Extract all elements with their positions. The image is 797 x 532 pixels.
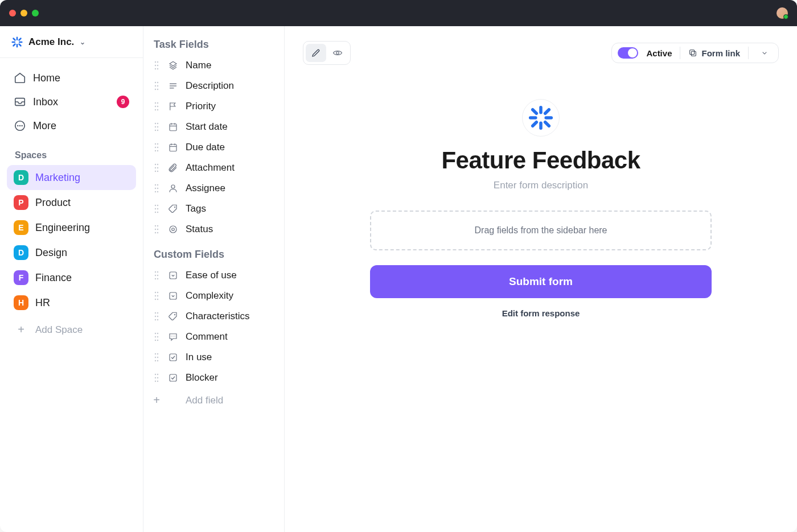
- field-label: Status: [186, 224, 213, 235]
- nav-sidebar: Acme Inc. ⌄ Home Inbox 9 More Spaces: [0, 26, 143, 532]
- field-label: Name: [186, 60, 211, 71]
- tag-icon: [167, 311, 179, 322]
- field-status[interactable]: Status: [149, 219, 278, 240]
- nav-more[interactable]: More: [7, 114, 136, 138]
- edit-form-response-link[interactable]: Edit form response: [370, 308, 712, 318]
- form-menu-button[interactable]: [757, 48, 773, 57]
- more-icon: [14, 119, 26, 132]
- drag-handle-icon[interactable]: [153, 291, 161, 300]
- org-switcher[interactable]: Acme Inc. ⌄: [0, 26, 143, 58]
- window-controls: [9, 10, 39, 17]
- field-label: In use: [186, 352, 212, 363]
- comment-icon: [167, 331, 179, 343]
- space-item-engineering[interactable]: EEngineering: [7, 215, 136, 240]
- form-title[interactable]: Feature Feedback: [370, 147, 712, 174]
- drag-handle-icon[interactable]: [153, 102, 161, 111]
- add-field-label: Add field: [186, 395, 223, 406]
- org-logo-icon: [11, 36, 23, 48]
- plus-icon: +: [14, 323, 28, 336]
- user-avatar[interactable]: [777, 7, 788, 19]
- lines-icon: [167, 80, 179, 92]
- field-comment[interactable]: Comment: [149, 327, 278, 347]
- field-ease-of-use[interactable]: Ease of use: [149, 265, 278, 286]
- drag-handle-icon[interactable]: [153, 163, 161, 172]
- form-description-input[interactable]: Enter form description: [370, 180, 712, 191]
- nav-inbox[interactable]: Inbox 9: [7, 90, 136, 114]
- space-item-design[interactable]: DDesign: [7, 240, 136, 265]
- calendar-icon: [167, 121, 179, 133]
- drag-handle-icon[interactable]: [153, 143, 161, 152]
- drag-handle-icon[interactable]: [153, 312, 161, 321]
- space-label: Product: [35, 197, 71, 209]
- space-avatar: D: [14, 245, 28, 260]
- drag-handle-icon[interactable]: [153, 332, 161, 341]
- drag-handle-icon[interactable]: [153, 271, 161, 280]
- org-name: Acme Inc.: [28, 36, 74, 48]
- field-dropzone[interactable]: Drag fields from the sidebar here: [370, 211, 712, 250]
- field-attachment[interactable]: Attachment: [149, 158, 278, 178]
- field-assignee[interactable]: Assignee: [149, 178, 278, 199]
- flag-icon: [167, 101, 179, 112]
- field-tags[interactable]: Tags: [149, 199, 278, 219]
- drag-handle-icon[interactable]: [153, 61, 161, 70]
- space-label: Finance: [35, 272, 72, 284]
- form-link-button[interactable]: Form link: [688, 48, 740, 58]
- space-item-product[interactable]: PProduct: [7, 190, 136, 215]
- form-logo[interactable]: [522, 99, 560, 137]
- field-characteristics[interactable]: Characteristics: [149, 306, 278, 327]
- field-label: Characteristics: [186, 311, 249, 322]
- inbox-icon: [14, 96, 26, 108]
- space-avatar: E: [14, 220, 28, 235]
- attachment-icon: [167, 162, 179, 174]
- field-label: Comment: [186, 331, 228, 343]
- field-label: Priority: [186, 101, 216, 112]
- active-toggle[interactable]: [618, 47, 638, 59]
- add-space-button[interactable]: + Add Space: [7, 315, 136, 344]
- copy-icon: [688, 48, 697, 57]
- spaces-heading: Spaces: [7, 138, 136, 165]
- drag-handle-icon[interactable]: [153, 225, 161, 234]
- field-complexity[interactable]: Complexity: [149, 286, 278, 306]
- space-avatar: F: [14, 270, 28, 285]
- space-item-finance[interactable]: FFinance: [7, 265, 136, 290]
- field-label: Tags: [186, 203, 206, 215]
- space-item-hr[interactable]: HHR: [7, 290, 136, 315]
- space-label: HR: [35, 297, 50, 309]
- field-due-date[interactable]: Due date: [149, 137, 278, 158]
- dropdown-icon: [167, 290, 179, 302]
- field-label: Description: [186, 80, 234, 92]
- minimize-window-button[interactable]: [20, 10, 27, 17]
- field-in-use[interactable]: In use: [149, 347, 278, 368]
- field-start-date[interactable]: Start date: [149, 117, 278, 137]
- field-priority[interactable]: Priority: [149, 96, 278, 117]
- field-label: Start date: [186, 121, 228, 133]
- drag-handle-icon[interactable]: [153, 122, 161, 131]
- preview-mode-button[interactable]: [327, 44, 348, 62]
- field-label: Assignee: [186, 183, 225, 194]
- drag-handle-icon[interactable]: [153, 204, 161, 213]
- field-blocker[interactable]: Blocker: [149, 368, 278, 388]
- field-description[interactable]: Description: [149, 76, 278, 96]
- space-item-marketing[interactable]: DMarketing: [7, 165, 136, 190]
- nav-home[interactable]: Home: [7, 66, 136, 90]
- maximize-window-button[interactable]: [32, 10, 39, 17]
- drag-handle-icon[interactable]: [153, 184, 161, 193]
- field-label: Complexity: [186, 290, 233, 302]
- plus-icon: +: [153, 394, 161, 407]
- nav-label: Inbox: [33, 96, 58, 108]
- field-name[interactable]: Name: [149, 55, 278, 76]
- space-avatar: D: [14, 170, 28, 185]
- space-avatar: P: [14, 195, 28, 210]
- form-editor-main: Active Form link Feature Feedback: [285, 26, 797, 532]
- home-icon: [14, 72, 26, 84]
- submit-form-button[interactable]: Submit form: [370, 265, 712, 298]
- drag-handle-icon[interactable]: [153, 81, 161, 90]
- drag-handle-icon[interactable]: [153, 353, 161, 362]
- space-label: Design: [35, 247, 67, 259]
- close-window-button[interactable]: [9, 10, 16, 17]
- drag-handle-icon[interactable]: [153, 373, 161, 382]
- add-field-button[interactable]: + Add field: [149, 388, 278, 413]
- calendar-icon: [167, 142, 179, 153]
- fields-sidebar: Task Fields NameDescriptionPriorityStart…: [143, 26, 285, 532]
- edit-mode-button[interactable]: [306, 44, 326, 62]
